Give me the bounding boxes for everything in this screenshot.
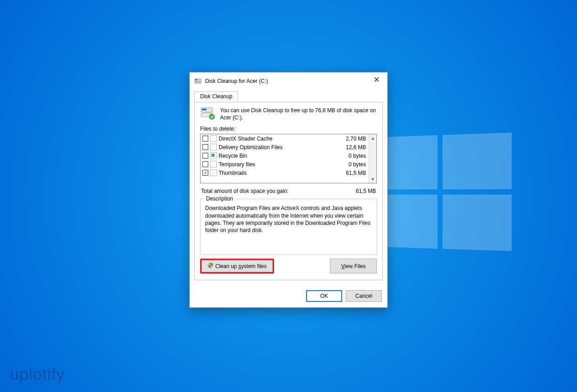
file-icon [210, 144, 217, 150]
file-name: Recycle Bin [219, 153, 348, 159]
close-icon [374, 76, 379, 83]
titlebar[interactable]: Disk Cleanup for Acer (C:) [190, 73, 387, 89]
cancel-button[interactable]: Cancel [346, 290, 382, 302]
dialog-title: Disk Cleanup for Acer (C:) [205, 78, 367, 84]
checkbox[interactable]: ✓ [202, 170, 208, 176]
file-size: 0 bytes [348, 161, 366, 168]
file-name: Delivery Optimization Files [219, 144, 346, 150]
uac-shield-icon [207, 262, 214, 270]
view-files-button[interactable]: View Files [330, 259, 377, 273]
intro-message: You can use Disk Cleanup to free up to 7… [220, 107, 377, 121]
list-item[interactable]: ✓Thumbnails61,5 MB [201, 169, 369, 177]
total-gain-label: Total amount of disk space you gain: [201, 188, 288, 194]
highlight-annotation: Clean up system files [200, 259, 274, 273]
watermark-text: uplotify [10, 365, 65, 384]
clean-up-system-files-label: Clean up system files [215, 263, 266, 269]
tab-panel: You can use Disk Cleanup to free up to 7… [194, 102, 383, 280]
recycle-bin-icon [210, 152, 217, 159]
files-to-delete-label: Files to delete: [200, 126, 377, 132]
windows-logo-background [374, 132, 516, 255]
description-text: Downloaded Program Files are ActiveX con… [205, 205, 372, 234]
file-size: 12,6 MB [346, 144, 366, 150]
svg-rect-1 [195, 79, 197, 80]
description-legend: Description [204, 196, 235, 202]
svg-rect-4 [202, 109, 206, 110]
scroll-up-icon[interactable]: ▲ [369, 134, 376, 142]
file-name: Temporary files [219, 161, 348, 168]
view-files-label: View Files [341, 263, 366, 269]
file-size: 2,70 MB [346, 136, 366, 142]
checkbox[interactable] [202, 144, 208, 150]
file-size: 0 bytes [348, 153, 366, 159]
checkbox[interactable] [202, 153, 208, 159]
file-name: Thumbnails [219, 170, 346, 176]
list-item[interactable]: DirectX Shader Cache2,70 MB [201, 134, 369, 143]
svg-rect-2 [195, 82, 201, 83]
checkbox[interactable] [202, 136, 208, 141]
clean-up-system-files-button[interactable]: Clean up system files [201, 260, 273, 272]
checkbox[interactable] [202, 161, 208, 167]
list-item[interactable]: Recycle Bin0 bytes [201, 151, 369, 160]
file-name: DirectX Shader Cache [219, 136, 346, 142]
file-icon [210, 161, 217, 168]
tab-disk-cleanup[interactable]: Disk Cleanup [194, 91, 238, 102]
disk-cleanup-dialog: Disk Cleanup for Acer (C:) Disk Cleanup [189, 72, 388, 308]
list-item[interactable]: Delivery Optimization Files12,6 MB [201, 143, 369, 151]
total-gain-value: 61,5 MB [356, 188, 376, 194]
disk-cleanup-app-icon [194, 77, 201, 85]
list-item[interactable]: Temporary files0 bytes [201, 160, 369, 169]
ok-button[interactable]: OK [306, 290, 342, 302]
close-button[interactable] [367, 73, 385, 86]
file-icon [210, 135, 217, 142]
description-groupbox: Description Downloaded Program Files are… [200, 199, 377, 255]
files-to-delete-list: DirectX Shader Cache2,70 MBDelivery Opti… [200, 134, 377, 183]
scroll-down-icon[interactable]: ▼ [369, 175, 376, 183]
drive-icon [200, 107, 215, 120]
file-icon [210, 169, 217, 176]
file-size: 61,5 MB [346, 170, 366, 176]
scrollbar[interactable]: ▲ ▼ [369, 134, 376, 183]
svg-point-6 [209, 114, 215, 119]
